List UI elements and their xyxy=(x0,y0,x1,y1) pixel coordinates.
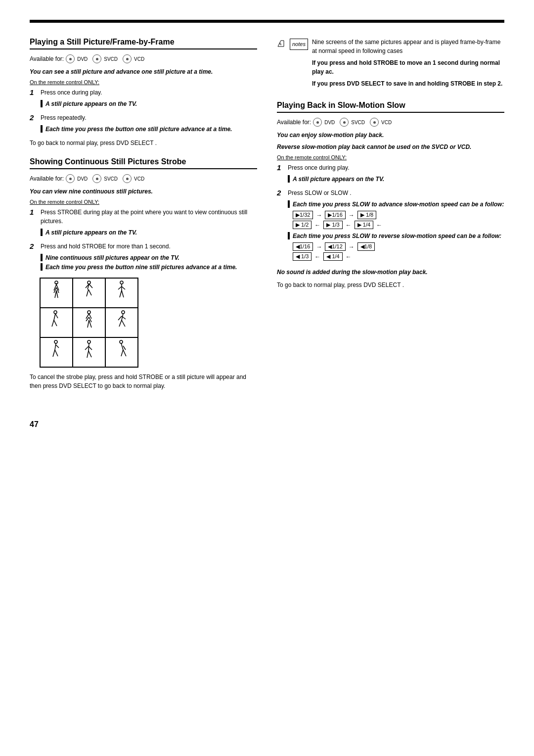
available-for-3: Available for: DVD SVCD VCD xyxy=(277,118,504,127)
slow-rev-highlight: Each time you press SLOW to reverse slow… xyxy=(288,232,504,239)
svg-line-52 xyxy=(121,350,123,356)
svg-line-39 xyxy=(55,343,56,350)
strobe-step1-highlight: A still picture appears on the TV. xyxy=(41,229,257,236)
slow-motion-intro2: Reverse slow-motion play back cannot be … xyxy=(277,142,504,151)
notes-text: Nine screens of the same pictures appear… xyxy=(312,38,504,91)
strobe-step2-highlight1: Nine continuous still pictures appear on… xyxy=(41,254,257,261)
step1-text: Press once during play. xyxy=(41,88,257,97)
strobe-cell-7 xyxy=(40,337,73,367)
svg-line-24 xyxy=(54,320,57,326)
step-2-slow: 2 Press SLOW or SLOW . Each time you pre… xyxy=(277,189,504,264)
no-sound-note: No sound is added during the slow-motion… xyxy=(277,268,504,277)
available-for-1: Available for: DVD SVCD VCD xyxy=(30,54,257,63)
svg-line-19 xyxy=(122,290,124,297)
svg-line-34 xyxy=(118,316,122,320)
reverse-speed-diagram: ◀1/16 → ◀1/12 → ◀1/8 ◀ 1/3 ← ◀ 1/4 ← xyxy=(293,242,504,261)
still-picture-section: Playing a Still Picture/Frame-by-Frame A… xyxy=(30,38,257,147)
strobe-cell-3 xyxy=(105,278,138,308)
step1-highlight: A still picture appears on the TV. xyxy=(41,100,257,107)
svcd-disc-icon xyxy=(92,54,101,63)
strobe-section: Showing Continuous Still Pictures Strobe… xyxy=(30,157,257,390)
svg-line-51 xyxy=(123,346,126,350)
svg-point-20 xyxy=(54,311,57,314)
fwd-speed-row-1: ▶1/32 → ▶1/16 → ▶ 1/8 xyxy=(293,211,504,219)
svg-point-43 xyxy=(88,340,90,343)
step-2-still: 2 Press repeatedly. Each time you press … xyxy=(30,113,257,135)
svg-point-14 xyxy=(120,281,123,284)
dvd-disc-icon xyxy=(66,54,75,63)
left-column: Playing a Still Picture/Frame-by-Frame A… xyxy=(30,38,257,400)
svg-line-36 xyxy=(119,320,122,327)
strobe-cancel: To cancel the strobe play, press and hol… xyxy=(30,373,257,390)
svg-point-8 xyxy=(88,281,90,284)
strobe-figure-grid xyxy=(40,278,138,368)
strobe-cell-1 xyxy=(40,278,73,308)
step2-highlight: Each time you press the button one still… xyxy=(41,125,257,133)
fwd-speed-row-2: ▶ 1/2 ← ▶ 1/3 ← ▶ 1/4 ← xyxy=(293,221,504,229)
strobe-cell-8 xyxy=(73,337,105,367)
strobe-cell-5 xyxy=(73,308,105,337)
svg-line-23 xyxy=(52,320,54,327)
svg-point-32 xyxy=(122,311,125,314)
notes-pencil-icon: ✎ xyxy=(277,40,288,48)
slow-step2-text: Press SLOW or SLOW . xyxy=(288,189,504,197)
svg-point-25 xyxy=(88,311,90,314)
step-1-strobe: 1 Press STROBE during play at the point … xyxy=(30,208,257,238)
svg-line-47 xyxy=(87,351,89,358)
svcd-disc-icon-2 xyxy=(92,174,101,183)
notes-box: ✎ notes Nine screens of the same picture… xyxy=(277,38,504,91)
svg-line-53 xyxy=(123,350,126,356)
dvd-disc-icon-3 xyxy=(313,118,322,127)
svg-line-17 xyxy=(122,286,125,289)
svg-line-13 xyxy=(89,289,91,295)
rev-speed-row-2: ◀ 1/3 ← ◀ 1/4 ← xyxy=(293,252,504,261)
slow-step1-text: Press once during play. xyxy=(288,163,504,172)
svg-line-30 xyxy=(88,320,89,328)
svg-line-48 xyxy=(89,351,91,357)
svg-line-7 xyxy=(56,290,58,298)
svg-line-18 xyxy=(120,290,122,297)
vcd-disc-icon-3 xyxy=(370,118,379,127)
step-1-still: 1 Press once during play. A still pictur… xyxy=(30,88,257,109)
page-number: 47 xyxy=(30,420,39,428)
svg-line-42 xyxy=(55,350,58,356)
still-picture-title: Playing a Still Picture/Frame-by-Frame xyxy=(30,38,257,49)
svg-line-10 xyxy=(89,284,92,288)
svg-point-49 xyxy=(120,340,123,343)
svg-line-40 xyxy=(56,345,59,348)
svg-text:✎: ✎ xyxy=(278,42,282,47)
step-2-strobe: 2 Press and hold STROBE for more than 1 … xyxy=(30,242,257,273)
still-picture-intro: You can see a still picture and advance … xyxy=(30,67,257,76)
svg-line-50 xyxy=(121,343,123,350)
step-1-slow: 1 Press once during play. A still pictur… xyxy=(277,163,504,185)
step2-text: Press repeatedly. xyxy=(41,113,257,122)
slow-motion-title: Playing Back in Slow-Motion Slow xyxy=(277,101,504,113)
slow-fwd-highlight: Each time you press SLOW to advance slow… xyxy=(288,200,504,208)
svg-line-45 xyxy=(85,346,89,350)
dvd-disc-icon-2 xyxy=(66,174,75,183)
slow-motion-intro1: You can enjoy slow-motion play back. xyxy=(277,131,504,140)
slow-footer: To go back to normal play, press DVD SEL… xyxy=(277,281,504,289)
notes-label: notes xyxy=(290,39,308,50)
svg-line-12 xyxy=(87,289,89,296)
remote-only-note-3: On the remote control ONLY: xyxy=(277,154,504,160)
strobe-cell-6 xyxy=(105,308,138,337)
remote-only-note-1: On the remote control ONLY: xyxy=(30,79,257,85)
available-for-2: Available for: DVD SVCD VCD xyxy=(30,174,257,183)
svg-point-38 xyxy=(54,340,57,343)
right-column: ✎ notes Nine screens of the same picture… xyxy=(277,38,504,400)
strobe-title: Showing Continuous Still Pictures Strobe xyxy=(30,157,257,169)
forward-speed-diagram: ▶1/32 → ▶1/16 → ▶ 1/8 ▶ 1/2 ← ▶ 1/3 ← ▶ … xyxy=(293,211,504,229)
svg-line-22 xyxy=(55,314,58,318)
still-footer: To go back to normal play, press DVD SEL… xyxy=(30,139,257,147)
strobe-step2-highlight2: Each time you press the button nine stil… xyxy=(41,263,257,271)
rev-speed-row-1: ◀1/16 → ◀1/12 → ◀1/8 xyxy=(293,242,504,251)
strobe-step2-text: Press and hold STROBE for more than 1 se… xyxy=(41,242,257,251)
remote-only-note-2: On the remote control ONLY: xyxy=(30,199,257,205)
vcd-disc-icon xyxy=(123,54,132,63)
svg-line-37 xyxy=(122,320,125,327)
strobe-step1-text: Press STROBE during play at the point wh… xyxy=(41,208,257,226)
slow-step1-highlight: A still picture appears on the TV. xyxy=(288,175,504,183)
strobe-cell-9 xyxy=(105,337,138,367)
strobe-cell-4 xyxy=(40,308,73,337)
